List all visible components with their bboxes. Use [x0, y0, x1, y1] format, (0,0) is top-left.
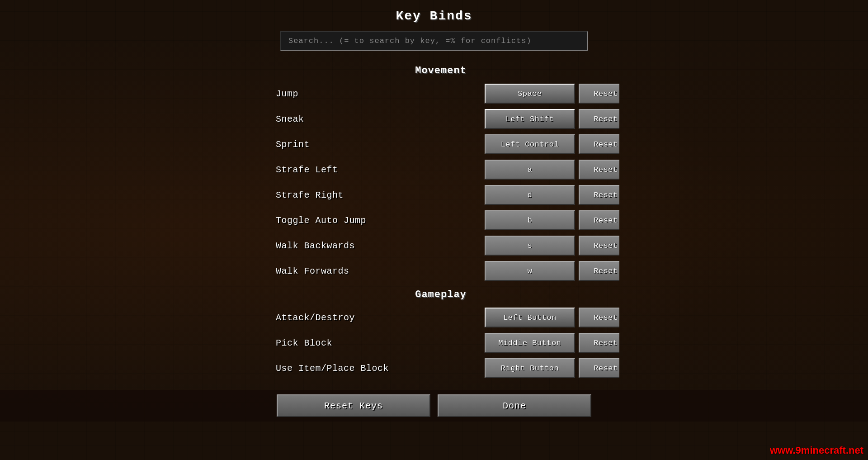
section-gameplay-header: Gameplay	[249, 289, 619, 300]
label-toggle-auto-jump: Toggle Auto Jump	[249, 215, 485, 226]
search-wrapper	[280, 31, 588, 51]
reset-button-attack[interactable]: Reset	[579, 308, 619, 327]
label-pick-block: Pick Block	[249, 338, 485, 348]
key-button-jump[interactable]: Space	[485, 84, 575, 104]
label-strafe-left: Strafe Left	[249, 165, 485, 175]
keybind-row-pick-block: Pick Block Middle Button Reset	[249, 330, 619, 356]
section-movement-header: Movement	[249, 65, 619, 76]
reset-button-strafe-left[interactable]: Reset	[579, 160, 619, 180]
page-title: Key Binds	[396, 9, 472, 23]
keybind-row-use-item: Use Item/Place Block Right Button Reset	[249, 356, 619, 381]
key-button-walk-forwards[interactable]: w	[485, 261, 575, 281]
key-button-attack[interactable]: Left Button	[485, 308, 575, 327]
key-button-sprint[interactable]: Left Control	[485, 134, 575, 154]
key-button-walk-backwards[interactable]: s	[485, 236, 575, 256]
label-sneak: Sneak	[249, 114, 485, 124]
keybind-row-walk-forwards: Walk Forwards w Reset	[249, 258, 619, 284]
reset-button-sneak[interactable]: Reset	[579, 109, 619, 129]
keybind-row-strafe-right: Strafe Right d Reset	[249, 182, 619, 208]
keybind-row-sprint: Sprint Left Control Reset	[249, 132, 619, 157]
bottom-buttons: Reset Keys Done	[0, 390, 868, 422]
key-button-strafe-left[interactable]: a	[485, 160, 575, 180]
label-jump: Jump	[249, 89, 485, 99]
key-button-pick-block[interactable]: Middle Button	[485, 333, 575, 353]
reset-button-use-item[interactable]: Reset	[579, 358, 619, 378]
label-attack: Attack/Destroy	[249, 313, 485, 323]
reset-button-toggle-auto-jump[interactable]: Reset	[579, 210, 619, 230]
reset-button-walk-backwards[interactable]: Reset	[579, 236, 619, 256]
label-use-item: Use Item/Place Block	[249, 363, 485, 374]
page-container: Key Binds Movement Jump Space Reset Snea…	[0, 0, 868, 460]
keybinds-content: Movement Jump Space Reset Sneak Left Shi…	[249, 65, 619, 381]
label-walk-backwards: Walk Backwards	[249, 241, 485, 251]
watermark-text: www.9minecraft.net	[770, 445, 863, 456]
keybind-row-strafe-left: Strafe Left a Reset	[249, 157, 619, 182]
label-sprint: Sprint	[249, 139, 485, 150]
key-button-sneak[interactable]: Left Shift	[485, 109, 575, 129]
reset-button-sprint[interactable]: Reset	[579, 134, 619, 154]
keybind-row-toggle-auto-jump: Toggle Auto Jump b Reset	[249, 208, 619, 233]
keybind-row-jump: Jump Space Reset	[249, 81, 619, 106]
done-button[interactable]: Done	[438, 394, 591, 417]
search-input[interactable]	[280, 31, 588, 51]
reset-button-strafe-right[interactable]: Reset	[579, 185, 619, 205]
reset-button-walk-forwards[interactable]: Reset	[579, 261, 619, 281]
reset-button-jump[interactable]: Reset	[579, 84, 619, 104]
label-walk-forwards: Walk Forwards	[249, 266, 485, 276]
key-button-strafe-right[interactable]: d	[485, 185, 575, 205]
reset-button-pick-block[interactable]: Reset	[579, 333, 619, 353]
scroll-container[interactable]: Movement Jump Space Reset Sneak Left Shi…	[249, 60, 619, 422]
keybind-row-walk-backwards: Walk Backwards s Reset	[249, 233, 619, 258]
main-content: Movement Jump Space Reset Sneak Left Shi…	[0, 60, 868, 422]
reset-keys-button[interactable]: Reset Keys	[277, 394, 430, 417]
key-button-toggle-auto-jump[interactable]: b	[485, 210, 575, 230]
keybind-row-sneak: Sneak Left Shift Reset	[249, 106, 619, 132]
key-button-use-item[interactable]: Right Button	[485, 358, 575, 378]
watermark: www.9minecraft.net	[770, 445, 863, 456]
label-strafe-right: Strafe Right	[249, 190, 485, 200]
keybind-row-attack: Attack/Destroy Left Button Reset	[249, 305, 619, 330]
